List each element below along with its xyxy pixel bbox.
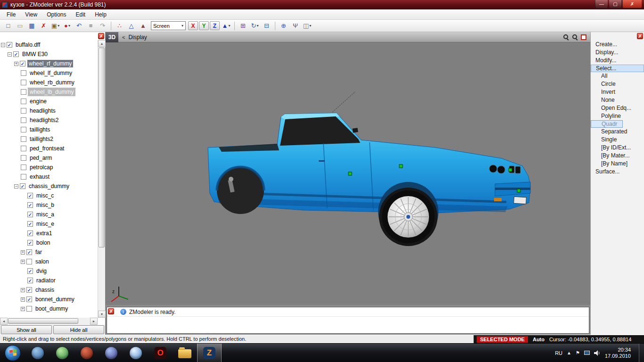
log-close-icon[interactable]: ✗ [108,308,114,314]
tree-checkbox[interactable] [21,174,26,180]
tree-item-misc-b[interactable]: ✓misc_b [0,200,98,210]
tree-checkbox[interactable]: ✓ [20,183,25,189]
command-open-edq[interactable]: Open Edq... [591,104,644,112]
tree-item-far[interactable]: +✓far [0,247,98,257]
tree-item-bmw-e30[interactable]: −✓BMW E30 [0,49,98,59]
tree-checkbox[interactable] [21,136,26,142]
tree-checkbox[interactable] [21,99,26,104]
tree-checkbox[interactable]: ✓ [13,51,19,57]
command-display[interactable]: Display... [591,49,644,57]
delete-icon[interactable]: ✗ [38,21,49,31]
show-desktop-button[interactable] [639,344,644,362]
tree-item-misc-a[interactable]: ✓misc_a [0,210,98,219]
tree-item-taillights[interactable]: taillights [0,125,98,134]
scroll-up-icon[interactable]: ▲ [98,40,106,47]
action-center-icon[interactable]: ⚑ [576,350,580,355]
tree-expander-icon[interactable]: − [8,52,12,57]
tree-vertical-scrollbar[interactable]: ▲ ▼ [98,40,105,318]
maximize-button[interactable]: ▢ [609,0,622,8]
tree-panel-close-icon[interactable]: ✗ [98,33,104,39]
tree-checkbox[interactable]: ✓ [27,202,33,208]
manip-move-icon[interactable]: ⊞ [238,21,248,31]
command-surface[interactable]: Surface... [591,168,644,176]
tree-checkbox[interactable]: ✓ [27,221,33,227]
tree-expander-icon[interactable]: + [21,297,25,302]
tree-item-misc-c[interactable]: ✓misc_c [0,191,98,200]
tree-item-dvig[interactable]: ✓dvig [0,266,98,276]
tree-item-salon[interactable]: +salon [0,257,98,266]
mirror-icon[interactable]: ◫▾ [302,21,313,31]
select-vertices-icon[interactable]: ∴ [114,21,125,31]
tree-checkbox[interactable]: ✓ [26,296,32,302]
screen-mode-select[interactable]: Screen▾ [151,21,186,30]
scroll-down-icon[interactable]: ▼ [98,311,106,318]
command-invert[interactable]: Invert [591,88,644,96]
tree-checkbox[interactable]: ✓ [27,278,33,283]
command-modify[interactable]: Modify... [591,57,644,65]
tree-item-chassis[interactable]: +✓chassis [0,285,98,295]
tree-expander-icon[interactable]: + [21,260,25,264]
tree-item-wheel-rb-dummy[interactable]: wheel_rb_dummy [0,78,98,87]
tree-item-headlights[interactable]: headlights [0,106,98,115]
tree-item-bonnet-dummy[interactable]: +✓bonnet_dummy [0,295,98,304]
tree-checkbox[interactable] [21,80,26,85]
command-by-name[interactable]: [By Name] [591,160,644,168]
auto-toggle[interactable]: Auto [533,337,545,342]
scroll-right-icon[interactable]: ► [90,318,98,325]
menu-edit[interactable]: Edit [71,10,91,19]
material-editor-icon[interactable]: ●▾ [62,21,73,31]
command-single[interactable]: Single [591,136,644,144]
zoom-extents-icon[interactable] [572,34,578,40]
tree-checkbox[interactable]: ✓ [7,42,12,48]
tree-checkbox[interactable] [21,108,26,114]
menu-file[interactable]: File [2,10,20,19]
axis-x-toggle[interactable]: X [188,21,198,30]
taskbar-app-explorer[interactable] [173,344,197,362]
taskbar-app-zmodeler[interactable]: Z [197,344,222,362]
command-none[interactable]: None [591,96,644,104]
view-mode-button[interactable]: 3D [106,32,118,42]
tree-expander-icon[interactable]: − [1,43,5,47]
menu-view[interactable]: View [20,10,42,19]
tree-checkbox[interactable] [21,165,26,170]
tree-item-wheel-rf-dummy[interactable]: +✓wheel_rf_dummy [0,59,98,68]
hide-all-button[interactable]: Hide all [53,325,104,334]
tree-item-buffalo-dff[interactable]: −✓buffalo.dff [0,40,98,49]
tree-item-wheel-lf-dummy[interactable]: wheel_lf_dummy [0,68,98,78]
tree-expander-icon[interactable]: + [21,288,25,292]
taskbar-app-media[interactable] [74,344,99,362]
breadcrumb-back-icon[interactable]: < [122,34,125,40]
tree-checkbox[interactable]: ✓ [26,287,32,293]
tree-checkbox[interactable]: ✓ [27,212,33,217]
taskbar-app-qip[interactable] [124,344,148,362]
clock[interactable]: 20:34 17.09.2010 [605,347,631,359]
undo-icon[interactable]: ↶ [74,21,84,31]
notes-icon[interactable]: ≡ [85,21,96,31]
tree-checkbox[interactable] [21,146,26,151]
breadcrumb[interactable]: Display [128,34,147,41]
tree-item-petrolcap[interactable]: petrolcap [0,163,98,172]
close-button[interactable]: ✗ [622,0,642,8]
select-edges-icon[interactable]: △ [126,21,137,31]
tree-item-radiator[interactable]: ✓radiator [0,276,98,285]
save-icon[interactable]: ▦ [26,21,37,31]
bones-icon[interactable]: Ψ [290,21,301,31]
tree-checkbox[interactable]: ✓ [27,230,33,236]
zoom-icon[interactable] [563,34,569,40]
network-icon[interactable] [584,351,590,355]
new-file-icon[interactable]: □ [3,21,14,31]
tree-item-extra1[interactable]: ✓extra1 [0,229,98,238]
tree-checkbox[interactable] [26,259,32,264]
command-circle[interactable]: Circle [591,80,644,88]
show-all-button[interactable]: Show all [1,325,52,334]
tree-item-boot-dummy[interactable]: +boot_dummy [0,304,98,313]
tree-checkbox[interactable] [26,306,32,312]
taskbar-app-browser-1[interactable] [25,344,50,362]
tree-horizontal-scrollbar[interactable]: ◄ ► [0,318,98,325]
scroll-left-icon[interactable]: ◄ [0,318,8,325]
open-folder-icon[interactable]: ▭ [15,21,25,31]
tree-checkbox[interactable] [21,117,26,123]
tree-item-taillights2[interactable]: taillights2 [0,134,98,144]
language-indicator[interactable]: RU [555,350,562,356]
maximize-viewport-icon[interactable] [581,34,586,40]
